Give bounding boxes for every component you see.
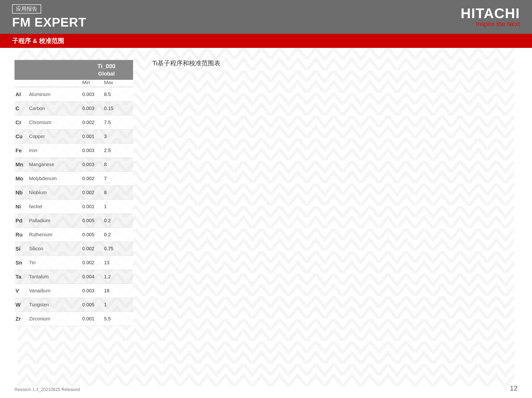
cell-max: 0.2 [104, 232, 133, 237]
tagline-accent: t [518, 20, 520, 28]
cell-symbol: Zr [15, 316, 29, 322]
cell-min: 0.004 [80, 274, 104, 280]
cell-name: Aluminum [29, 92, 80, 97]
table-rows: Al Aluminum 0.003 8.5 C Carbon 0.003 0.1… [15, 88, 133, 326]
cell-min: 0.001 [80, 204, 104, 209]
cell-name: Tin [29, 260, 80, 265]
table-row: Cr Chromium 0.002 7.5 [15, 116, 133, 130]
table-row: Mn Manganese 0.003 8 [15, 158, 133, 172]
section-bar: 子程序 & 校准范围 [0, 34, 532, 48]
cell-min: 0.005 [80, 232, 104, 237]
table-row: Nb Niobium 0.002 8 [15, 186, 133, 200]
cell-min: 0.002 [80, 120, 104, 125]
cell-min: 0.001 [80, 316, 104, 322]
revision-text: Revision 1.1_20210625 Released [15, 387, 80, 392]
table-row: C Carbon 0.003 0.15 [15, 102, 133, 116]
col-min-label: Min [80, 80, 104, 85]
table-row: V Vanadium 0.003 18 [15, 284, 133, 298]
cell-symbol: Cu [15, 133, 29, 140]
cell-max: 13 [104, 260, 133, 265]
table-row: Ni Nickel 0.001 1 [15, 200, 133, 214]
app-tag: 应用报告 [12, 4, 41, 14]
cell-name: Vanadium [29, 288, 80, 294]
cell-max: 8 [104, 190, 133, 195]
cell-max: 8.5 [104, 92, 133, 97]
page-number: 12 [510, 384, 517, 392]
app-title: FM EXPERT [12, 15, 86, 29]
cell-name: Palladium [29, 218, 80, 223]
header-right: HITACHI Inspire the Next [461, 6, 520, 28]
cell-symbol: W [15, 302, 29, 308]
cell-name: Silicon [29, 246, 80, 251]
cell-min: 0.001 [80, 134, 104, 139]
cell-max: 0.2 [104, 218, 133, 223]
table-row: Pd Palladium 0.005 0.2 [15, 214, 133, 228]
cell-symbol: Ru [15, 232, 29, 238]
cell-min: 0.003 [80, 106, 104, 111]
cell-name: Chromium [29, 120, 80, 125]
cell-min: 0.002 [80, 260, 104, 265]
cell-max: 0.75 [104, 246, 133, 251]
col-labels-row: Min Max [15, 80, 133, 87]
cell-max: 1.2 [104, 274, 133, 280]
table-row: Cu Copper 0.001 3 [15, 130, 133, 144]
cell-name: Tungsten [29, 302, 80, 308]
cell-min: 0.005 [80, 302, 104, 308]
cell-name: Zirconium [29, 316, 80, 322]
cell-symbol: Pd [15, 218, 29, 224]
cell-max: 1 [104, 204, 133, 209]
cell-min: 0.005 [80, 218, 104, 223]
header-left: 应用报告 FM EXPERT [12, 4, 86, 29]
cell-max: 8 [104, 162, 133, 167]
cell-min: 0.002 [80, 246, 104, 251]
table-row: Zr Zirconium 0.001 5.5 [15, 312, 133, 326]
table-row: W Tungsten 0.005 1 [15, 298, 133, 312]
table-row: Fe Iron 0.003 2.5 [15, 144, 133, 158]
section-title: Ti基子程序和校准范围表 [152, 59, 220, 67]
cell-symbol: Fe [15, 147, 29, 154]
cell-name: Copper [29, 134, 80, 139]
cell-max: 0.15 [104, 106, 133, 111]
cell-max: 1 [104, 302, 133, 308]
section-bar-text: 子程序 & 校准范围 [12, 37, 64, 45]
cell-max: 7.5 [104, 120, 133, 125]
program-name: Ti_000 [97, 63, 115, 70]
cell-name: Molybdenum [29, 176, 80, 181]
tagline-text: Inspire the Nex [476, 20, 518, 28]
program-sub: Global [98, 71, 115, 77]
cell-min: 0.003 [80, 162, 104, 167]
table-row: Al Aluminum 0.003 8.5 [15, 88, 133, 102]
cell-name: Nickel [29, 204, 80, 209]
table-row: Sn Tin 0.002 13 [15, 256, 133, 270]
cell-name: Carbon [29, 106, 80, 111]
cell-symbol: C [15, 105, 29, 112]
cell-name: Tantalum [29, 274, 80, 280]
cell-min: 0.003 [80, 92, 104, 97]
cell-name: Manganese [29, 162, 80, 167]
header: 应用报告 FM EXPERT HITACHI Inspire the Next [0, 0, 532, 34]
col-max-label: Max [104, 80, 133, 85]
table-row: Mo Molybdenum 0.002 7 [15, 172, 133, 186]
cell-max: 3 [104, 134, 133, 139]
table-row: Ta Tantalum 0.004 1.2 [15, 270, 133, 284]
data-table-container: Ti_000 Global Min Max Al Aluminum 0.003 … [15, 60, 133, 326]
cell-min: 0.002 [80, 176, 104, 181]
cell-max: 5.5 [104, 316, 133, 322]
cell-symbol: Ta [15, 274, 29, 280]
cell-max: 2.5 [104, 148, 133, 153]
cell-name: Niobium [29, 190, 80, 195]
cell-symbol: V [15, 288, 29, 294]
table-program-header: Ti_000 Global [15, 60, 133, 80]
cell-max: 18 [104, 288, 133, 294]
cell-symbol: Mo [15, 176, 29, 182]
cell-min: 0.002 [80, 190, 104, 195]
cell-symbol: Nb [15, 190, 29, 196]
cell-name: Ruthenium [29, 232, 80, 237]
cell-symbol: Cr [15, 119, 29, 126]
cell-name: Iron [29, 148, 80, 153]
table-row: Si Silicon 0.002 0.75 [15, 242, 133, 256]
cell-symbol: Sn [15, 260, 29, 266]
cell-symbol: Mn [15, 162, 29, 168]
cell-symbol: Si [15, 246, 29, 252]
cell-min: 0.003 [80, 288, 104, 294]
